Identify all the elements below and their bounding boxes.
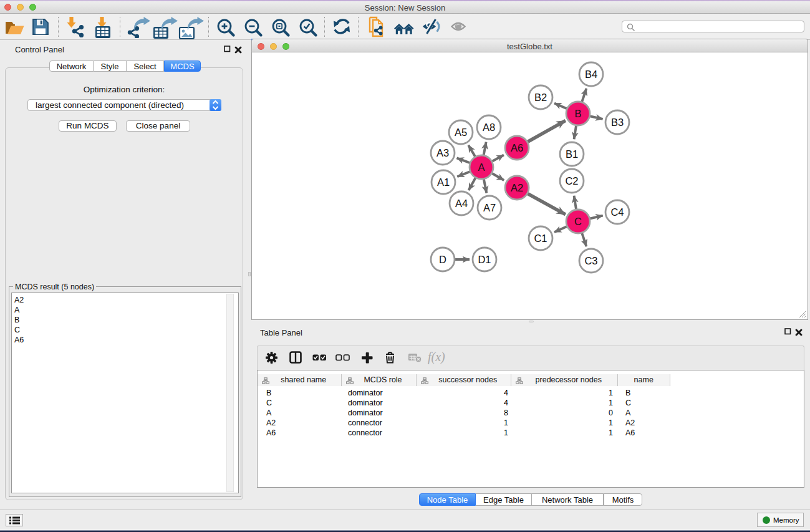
svg-text:A8: A8 — [483, 122, 495, 133]
svg-text:A5: A5 — [455, 127, 467, 138]
svg-text:A4: A4 — [455, 198, 468, 209]
svg-text:B3: B3 — [611, 117, 624, 128]
svg-text:B4: B4 — [585, 69, 597, 80]
svg-text:D: D — [439, 254, 446, 265]
svg-text:A7: A7 — [483, 202, 496, 213]
svg-text:B: B — [574, 108, 581, 119]
svg-text:A: A — [478, 162, 485, 173]
svg-text:C4: C4 — [610, 206, 624, 218]
svg-text:A2: A2 — [511, 182, 523, 193]
svg-text:A3: A3 — [436, 147, 449, 158]
svg-text:C3: C3 — [584, 255, 597, 266]
svg-text:A6: A6 — [511, 142, 523, 153]
svg-text:A1: A1 — [437, 177, 450, 188]
svg-text:B2: B2 — [534, 92, 547, 103]
svg-text:C: C — [574, 216, 582, 227]
svg-text:B1: B1 — [566, 148, 578, 160]
svg-text:D1: D1 — [478, 254, 491, 265]
svg-text:C2: C2 — [565, 175, 578, 186]
svg-text:C1: C1 — [534, 233, 547, 244]
